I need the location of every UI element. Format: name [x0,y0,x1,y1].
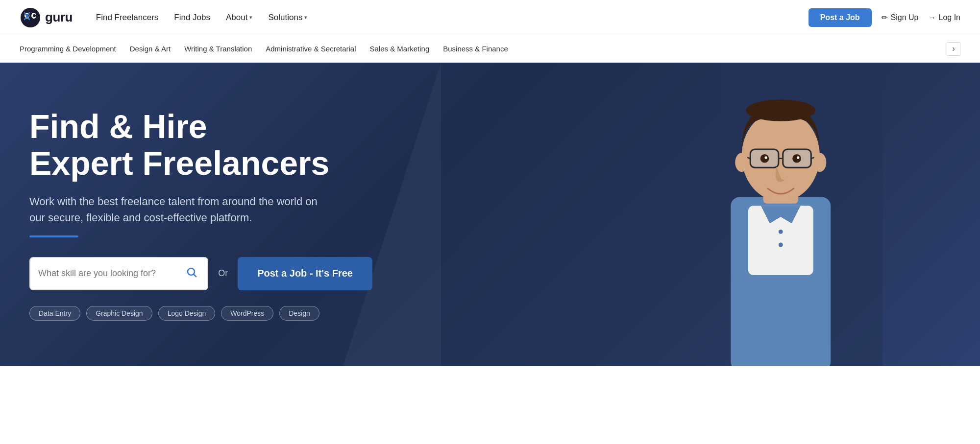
svg-line-8 [194,274,196,277]
nav-solutions[interactable]: Solutions ▾ [268,13,307,23]
nav-links: Find Freelancers Find Jobs About ▾ Solut… [96,13,808,23]
search-row: Or Post a Job - It's Free [29,257,372,290]
hero-underline-decoration [29,235,78,237]
svg-point-0 [21,8,40,27]
svg-point-14 [746,99,815,121]
category-more-button[interactable]: › [947,42,960,56]
hero-section: Find & Hire Expert Freelancers Work with… [0,63,980,366]
about-chevron-icon: ▾ [249,14,252,21]
hero-title: Find & Hire Expert Freelancers [29,108,372,182]
category-programming[interactable]: Programming & Development [20,45,130,53]
sign-up-button[interactable]: ✏ Sign Up [882,13,919,22]
edit-icon: ✏ [882,13,888,22]
hero-subtitle: Work with the best freelance talent from… [29,193,323,226]
quick-link-data-entry[interactable]: Data Entry [29,306,80,321]
solutions-chevron-icon: ▾ [304,14,307,21]
category-business[interactable]: Business & Finance [443,45,522,53]
quick-links: Data Entry Graphic Design Logo Design Wo… [29,306,372,321]
nav-actions: Post a Job ✏ Sign Up → Log In [808,8,960,27]
svg-point-4 [33,14,36,17]
search-button[interactable] [184,264,199,283]
svg-point-20 [760,154,769,163]
nav-find-freelancers[interactable]: Find Freelancers [96,13,159,23]
category-sales[interactable]: Sales & Marketing [370,45,443,53]
quick-link-wordpress[interactable]: WordPress [221,306,273,321]
login-arrow-icon: → [929,13,936,22]
svg-point-27 [779,243,783,247]
search-input[interactable] [38,268,184,279]
hero-person-illustration [568,63,980,366]
post-job-button[interactable]: Post a Job [808,8,872,27]
svg-point-21 [792,154,801,163]
or-label: Or [218,268,228,279]
category-writing[interactable]: Writing & Translation [184,45,266,53]
category-admin[interactable]: Administrative & Secretarial [266,45,369,53]
logo-icon [20,7,41,28]
logo-text: guru [45,10,73,25]
svg-point-22 [765,156,767,159]
search-box [29,257,208,290]
post-job-hero-button[interactable]: Post a Job - It's Free [238,257,372,290]
person-svg [568,63,980,366]
navbar: guru Find Freelancers Find Jobs About ▾ … [0,0,980,35]
quick-link-design[interactable]: Design [279,306,319,321]
nav-about[interactable]: About ▾ [226,13,252,23]
svg-point-26 [779,230,783,234]
logo-link[interactable]: guru [20,7,73,28]
svg-point-24 [735,153,748,172]
svg-point-23 [797,156,799,159]
category-design[interactable]: Design & Art [130,45,184,53]
nav-find-jobs[interactable]: Find Jobs [174,13,210,23]
quick-link-logo-design[interactable]: Logo Design [158,306,216,321]
quick-link-graphic-design[interactable]: Graphic Design [86,306,152,321]
search-icon [186,267,197,280]
hero-content: Find & Hire Expert Freelancers Work with… [29,108,372,321]
log-in-button[interactable]: → Log In [929,13,960,22]
svg-point-25 [813,153,827,172]
category-bar: Programming & Development Design & Art W… [0,35,980,63]
